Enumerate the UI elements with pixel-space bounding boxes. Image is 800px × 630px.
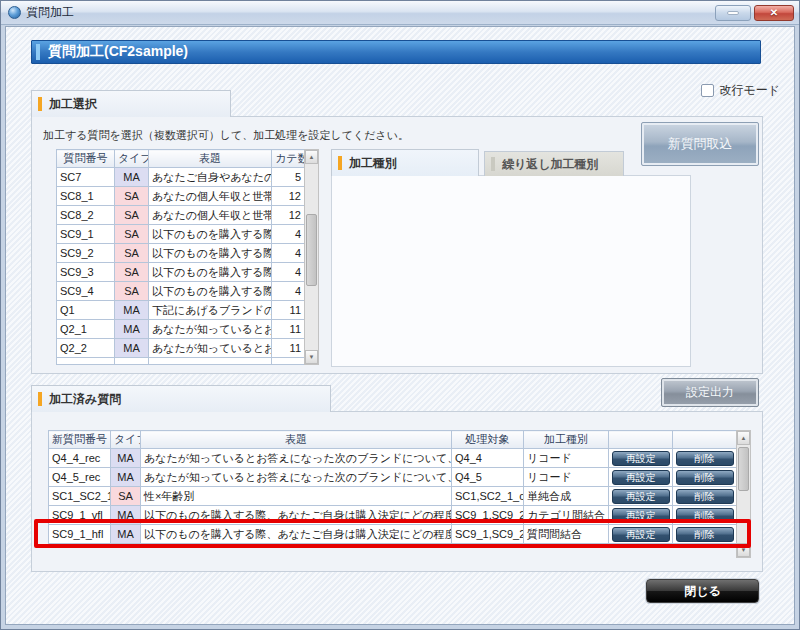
- reconfigure-button[interactable]: 再設定: [612, 451, 670, 466]
- question-title-cell: 以下のものを購入する際、あ: [149, 263, 272, 282]
- export-settings-button[interactable]: 設定出力: [661, 378, 759, 407]
- question-number-cell: SC9_4: [57, 282, 115, 301]
- question-number-cell: SC9_1: [57, 225, 115, 244]
- question-row-partial: [57, 358, 305, 366]
- close-window-button[interactable]: ✕: [754, 5, 794, 21]
- minimize-button[interactable]: [715, 5, 751, 21]
- question-title-cell: あなたの個人年収と世帯年収: [149, 206, 272, 225]
- processed-type-cell: SA: [111, 487, 141, 506]
- question-title-cell: あなたの個人年収と世帯年収: [149, 187, 272, 206]
- processed-number-cell: Q4_4_rec: [49, 449, 111, 468]
- question-categories-cell: 4: [272, 282, 305, 301]
- titlebar[interactable]: 質問加工 ✕: [1, 1, 799, 25]
- scrollbar-thumb[interactable]: [738, 447, 749, 491]
- processed-table-body: Q4_4_recMAあなたが知っているとお答えになった次のブランドについて、あて…: [49, 449, 737, 544]
- processing-kind-panel: [331, 175, 691, 367]
- reconfigure-button[interactable]: 再設定: [612, 489, 670, 504]
- page-title-bar: 質問加工(CF2sample): [31, 40, 761, 64]
- question-row[interactable]: Q2_1MAあなたが知っているとお答え11: [57, 320, 305, 339]
- delete-button-cell: 削除: [673, 506, 737, 525]
- tab-repeat-processing-kind[interactable]: 繰り返し加工種別: [484, 151, 624, 176]
- delete-button-cell: 削除: [673, 487, 737, 506]
- question-row[interactable]: Q1MA下記にあげるブランドのうち11: [57, 301, 305, 320]
- delete-button-cell: 削除: [673, 449, 737, 468]
- question-table-scrollbar[interactable]: ▲ ▼: [304, 149, 319, 365]
- processed-title-cell: あなたが知っているとお答えになった次のブランドについて、あてはまる: [141, 449, 452, 468]
- dialog-content: 質問加工(CF2sample) 改行モード 加工選択 加工する質問を選択（複数選…: [5, 26, 795, 625]
- processed-kind-cell: リコード: [524, 468, 609, 487]
- question-table-header-row: 質問番号 タイプ 表題 カテ数: [57, 150, 305, 168]
- delete-button[interactable]: 削除: [676, 451, 734, 466]
- close-button[interactable]: 閉じる: [646, 579, 759, 603]
- scrollbar-thumb[interactable]: [306, 214, 317, 286]
- processed-table-scrollbar[interactable]: ▲ ▼: [736, 430, 751, 558]
- question-number-cell: SC9_2: [57, 244, 115, 263]
- app-icon: [8, 6, 21, 19]
- delete-button[interactable]: 削除: [676, 508, 734, 523]
- question-row[interactable]: Q2_2MAあなたが知っているとお答え11: [57, 339, 305, 358]
- delete-button-cell: 削除: [673, 525, 737, 544]
- question-categories-cell: 5: [272, 168, 305, 187]
- delete-button[interactable]: 削除: [676, 470, 734, 485]
- linebreak-checkbox[interactable]: [701, 84, 714, 97]
- processed-row[interactable]: SC9_1_vflMA以下のものを購入する際、あなたご自身は購入決定にどの程度関…: [49, 506, 737, 525]
- question-number-cell: Q1: [57, 301, 115, 320]
- question-table-header: タイプ: [115, 150, 149, 168]
- question-title-cell: 以下のものを購入する際、あ: [149, 282, 272, 301]
- processed-row[interactable]: Q4_5_recMAあなたが知っているとお答えになった次のブランドについて、あて…: [49, 468, 737, 487]
- question-type-cell: MA: [115, 168, 149, 187]
- scroll-up-icon[interactable]: ▲: [305, 150, 318, 164]
- scroll-down-icon[interactable]: ▼: [305, 350, 318, 364]
- processed-table-header: 加工種別: [524, 431, 609, 449]
- processed-kind-cell: リコード: [524, 449, 609, 468]
- processed-row-highlighted[interactable]: SC9_1_hflMA以下のものを購入する際、あなたご自身は購入決定にどの程度関…: [49, 525, 737, 544]
- processed-kind-cell: カテゴリ間結合: [524, 506, 609, 525]
- question-row[interactable]: SC9_2SA以下のものを購入する際、あ4: [57, 244, 305, 263]
- scroll-down-icon[interactable]: ▼: [737, 543, 750, 557]
- processed-type-cell: MA: [111, 525, 141, 544]
- question-row[interactable]: SC9_3SA以下のものを購入する際、あ4: [57, 263, 305, 282]
- question-partial-cell: [57, 358, 115, 366]
- processed-row[interactable]: Q4_4_recMAあなたが知っているとお答えになった次のブランドについて、あて…: [49, 449, 737, 468]
- question-number-cell: SC8_1: [57, 187, 115, 206]
- tab-processed-questions[interactable]: 加工済み質問: [31, 385, 331, 412]
- processed-kind-cell: 単純合成: [524, 487, 609, 506]
- tab-accent-bar: [338, 156, 342, 170]
- question-categories-cell: 11: [272, 320, 305, 339]
- reconfigure-button[interactable]: 再設定: [612, 527, 670, 542]
- processed-table-header-blank: [673, 431, 737, 449]
- question-number-cell: SC9_3: [57, 263, 115, 282]
- question-categories-cell: 11: [272, 301, 305, 320]
- reconfigure-button[interactable]: 再設定: [612, 470, 670, 485]
- processed-number-cell: SC9_1_hfl: [49, 525, 111, 544]
- question-partial-cell: [272, 358, 305, 366]
- import-questions-button[interactable]: 新質問取込: [641, 122, 759, 166]
- scroll-up-icon[interactable]: ▲: [737, 431, 750, 445]
- question-row[interactable]: SC8_2SAあなたの個人年収と世帯年収12: [57, 206, 305, 225]
- question-table-header: 表題: [149, 150, 272, 168]
- question-row[interactable]: SC9_4SA以下のものを購入する際、あ4: [57, 282, 305, 301]
- reconfigure-button-cell: 再設定: [609, 487, 673, 506]
- linebreak-checkbox-label: 改行モード: [719, 82, 780, 99]
- processed-table-header: 新質問番号: [49, 431, 111, 449]
- processed-target-cell: SC9_1,SC9_2,SC: [452, 525, 524, 544]
- processed-target-cell: Q4_4: [452, 449, 524, 468]
- question-type-cell: SA: [115, 206, 149, 225]
- question-categories-cell: 11: [272, 339, 305, 358]
- processed-row[interactable]: SC1_SC2_1_cSA性×年齢別SC1,SC2_1_cls単純合成再設定削除: [49, 487, 737, 506]
- delete-button[interactable]: 削除: [676, 489, 734, 504]
- question-type-cell: SA: [115, 244, 149, 263]
- tab-repeat-processing-kind-label: 繰り返し加工種別: [502, 156, 599, 173]
- question-row[interactable]: SC8_1SAあなたの個人年収と世帯年収12: [57, 187, 305, 206]
- question-row[interactable]: SC7MAあなたご自身やあなたのご家5: [57, 168, 305, 187]
- question-title-cell: あなたが知っているとお答え: [149, 320, 272, 339]
- delete-button[interactable]: 削除: [676, 527, 734, 542]
- processed-number-cell: Q4_5_rec: [49, 468, 111, 487]
- processed-title-cell: 性×年齢別: [141, 487, 452, 506]
- processed-type-cell: MA: [111, 506, 141, 525]
- tab-processing-select[interactable]: 加工選択: [31, 90, 231, 117]
- linebreak-mode-option[interactable]: 改行モード: [701, 82, 780, 99]
- tab-processing-kind[interactable]: 加工種別: [331, 149, 479, 176]
- question-row[interactable]: SC9_1SA以下のものを購入する際、あ4: [57, 225, 305, 244]
- reconfigure-button[interactable]: 再設定: [612, 508, 670, 523]
